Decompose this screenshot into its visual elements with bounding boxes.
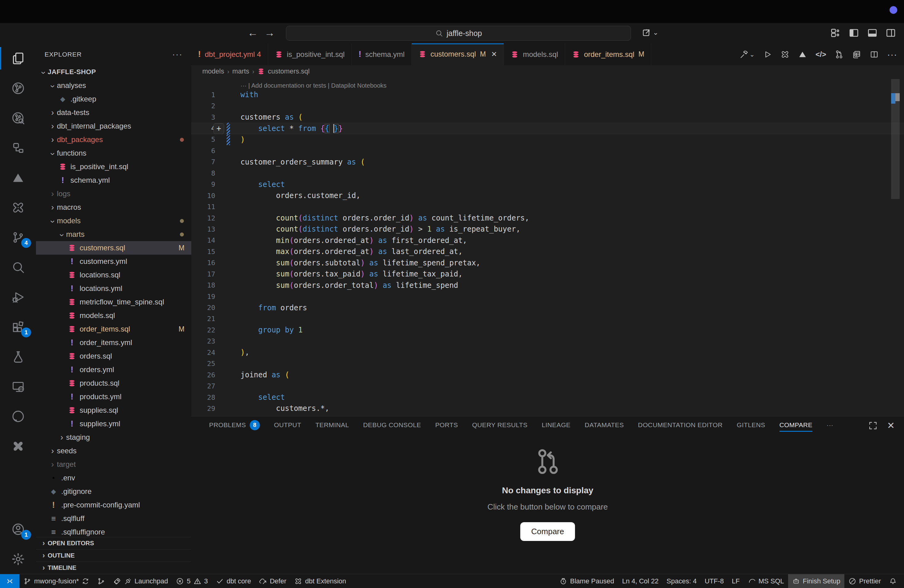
code-editor[interactable]: models›marts›customers.sql ··· | Add doc… xyxy=(191,65,904,416)
breadcrumb-item-customers-sql[interactable]: customers.sql xyxy=(268,67,310,75)
tree-item-dbt-internal-packages[interactable]: ›dbt_internal_packages xyxy=(36,119,191,133)
status-problems[interactable]: 53 xyxy=(172,574,212,588)
activity-item-git-graph-circle[interactable] xyxy=(0,73,36,103)
toggle-sidebar-button[interactable] xyxy=(848,27,860,39)
tree-item-models-sql[interactable]: models.sql xyxy=(36,309,191,322)
tree-item-seeds[interactable]: ›seeds xyxy=(36,444,191,458)
tree-item-marts[interactable]: ›marts xyxy=(36,228,191,241)
activity-item-hierarchy[interactable] xyxy=(0,133,36,163)
panel-tab-compare[interactable]: COMPARE xyxy=(779,416,812,434)
panel-tab-query-results[interactable]: QUERY RESULTS xyxy=(472,416,527,434)
activity-item-dbt-power-user[interactable] xyxy=(0,193,36,222)
code-line-5[interactable]: 5) xyxy=(191,134,904,145)
panel-tab--[interactable]: ··· xyxy=(827,416,833,434)
status-finish-setup[interactable]: Finish Setup xyxy=(788,574,844,588)
compare-button[interactable]: Compare xyxy=(520,522,575,541)
status-notifications[interactable] xyxy=(885,574,901,588)
tree-item--gitignore[interactable]: ◆.gitignore xyxy=(36,485,191,498)
activity-item-github[interactable] xyxy=(0,401,36,431)
status-language-mode[interactable]: MS SQL xyxy=(744,574,788,588)
panel-tab-lineage[interactable]: LINEAGE xyxy=(542,416,571,434)
tree-item-logs[interactable]: ›logs xyxy=(36,187,191,201)
code-line-8[interactable]: 8 xyxy=(191,168,904,179)
activity-item-remote-explorer[interactable] xyxy=(0,371,36,401)
breadcrumb[interactable]: models›marts›customers.sql xyxy=(191,65,904,77)
tree-item-supplies-sql[interactable]: supplies.sql xyxy=(36,403,191,417)
run-button[interactable] xyxy=(763,50,772,59)
code-line-19[interactable]: 19 xyxy=(191,291,904,302)
tree-item-customers-sql[interactable]: customers.sqlM xyxy=(36,241,191,254)
tab-is-positive-int-sql[interactable]: is_positive_int.sql xyxy=(268,43,352,65)
compile-sql-button[interactable]: </> xyxy=(815,50,826,59)
status-encoding[interactable]: UTF-8 xyxy=(701,574,728,588)
status-prettier[interactable]: Prettier xyxy=(844,574,885,588)
sidebar-more-button[interactable]: ··· xyxy=(172,49,183,59)
activity-item-search[interactable] xyxy=(0,252,36,282)
activity-item-dbt[interactable] xyxy=(0,431,36,461)
code-line-21[interactable]: 21 xyxy=(191,313,904,324)
activity-item-run-and-debug[interactable] xyxy=(0,282,36,312)
code-line-6[interactable]: 6 xyxy=(191,145,904,156)
tree-item-supplies-yml[interactable]: !supplies.yml xyxy=(36,417,191,430)
code-line-7[interactable]: 7customer_orders_summary as ( xyxy=(191,156,904,168)
more-actions-button[interactable]: ··· xyxy=(887,49,897,60)
activity-item-extensions[interactable]: 1 xyxy=(0,312,36,341)
tree-item-data-tests[interactable]: ›data-tests xyxy=(36,106,191,119)
toggle-panel-button[interactable] xyxy=(866,27,878,39)
code-line-3[interactable]: 3customers as ( xyxy=(191,112,904,123)
tree-item-analyses[interactable]: ›analyses xyxy=(36,79,191,92)
status-dbt-core[interactable]: dbt core xyxy=(212,574,255,588)
share-button[interactable]: ⌄ xyxy=(641,27,658,38)
panel-tab-gitlens[interactable]: GITLENS xyxy=(737,416,765,434)
tab-dbt-project-yml-4[interactable]: !dbt_project.yml 4 xyxy=(191,43,268,65)
activity-item-datapilot[interactable] xyxy=(0,163,36,193)
git-compare-button[interactable] xyxy=(834,50,844,59)
code-line-11[interactable]: 11 xyxy=(191,201,904,212)
breadcrumb-item-marts[interactable]: marts xyxy=(232,67,250,75)
code-line-16[interactable]: 16 sum(orders.subtotal) as lifetime_spen… xyxy=(191,258,904,269)
code-line-24[interactable]: 24), xyxy=(191,347,904,358)
panel-tab-ports[interactable]: PORTS xyxy=(435,416,458,434)
tree-item-order-items-sql[interactable]: order_items.sqlM xyxy=(36,322,191,336)
activity-item-accounts[interactable]: 1 xyxy=(0,514,36,544)
code-line-22[interactable]: 22 group by 1 xyxy=(191,324,904,335)
tree-item-models[interactable]: ›models xyxy=(36,214,191,228)
add-action-button[interactable]: + xyxy=(213,123,224,134)
query-results-button[interactable] xyxy=(852,50,861,59)
tree-item--env[interactable]: .env xyxy=(36,471,191,485)
activity-item-source-control[interactable]: 4 xyxy=(0,222,36,252)
tab-schema-yml[interactable]: !schema.yml xyxy=(352,43,412,65)
forward-button[interactable]: → xyxy=(263,27,277,39)
customize-layout-button[interactable] xyxy=(830,27,841,39)
tab-models-sql[interactable]: models.sql xyxy=(504,43,565,65)
code-line-15[interactable]: 15 max(orders.ordered_at) as last_ordere… xyxy=(191,246,904,257)
tree-item--gitkeep[interactable]: ◆.gitkeep xyxy=(36,92,191,106)
code-line-29[interactable]: 29 customers.*, xyxy=(191,403,904,414)
status-indentation[interactable]: Spaces: 4 xyxy=(663,574,701,588)
status-defer[interactable]: Defer xyxy=(255,574,290,588)
tree-item-macros[interactable]: ›macros xyxy=(36,201,191,214)
panel-tab-terminal[interactable]: TERMINAL xyxy=(316,416,349,434)
activity-item-explorer[interactable] xyxy=(0,43,36,73)
status-cursor-position[interactable]: Ln 4, Col 22 xyxy=(618,574,663,588)
code-line-9[interactable]: 9 select xyxy=(191,179,904,190)
command-center-search[interactable]: jaffle-shop xyxy=(286,26,631,41)
tree-item--pre-commit-config-yaml[interactable]: !.pre-commit-config.yaml xyxy=(36,498,191,512)
code-line-13[interactable]: 13 count(distinct orders.order_id) > 1 a… xyxy=(191,224,904,235)
dbt-build-button[interactable]: ⌄ xyxy=(740,50,755,59)
code-line-23[interactable]: 23 xyxy=(191,336,904,347)
breadcrumb-item-models[interactable]: models xyxy=(202,67,224,75)
code-line-28[interactable]: 28 select xyxy=(191,392,904,403)
code-line-25[interactable]: 25 xyxy=(191,358,904,369)
status-blame[interactable]: Blame Paused xyxy=(555,574,618,588)
tree-item-is-positive-int-sql[interactable]: is_positive_int.sql xyxy=(36,160,191,174)
code-line-18[interactable]: 18 sum(orders.order_total) as lifetime_s… xyxy=(191,280,904,291)
tab-order-items-sql[interactable]: order_items.sqlM xyxy=(565,43,651,65)
close-icon[interactable]: ✕ xyxy=(491,50,497,58)
code-line-2[interactable]: 2 xyxy=(191,100,904,111)
status-git-graph[interactable] xyxy=(93,574,109,588)
tree-item-customers-yml[interactable]: !customers.yml xyxy=(36,254,191,268)
status-dbt-extension[interactable]: dbt Extension xyxy=(290,574,350,588)
tree-item-target[interactable]: ›target xyxy=(36,458,191,471)
code-line-20[interactable]: 20 from orders xyxy=(191,302,904,313)
